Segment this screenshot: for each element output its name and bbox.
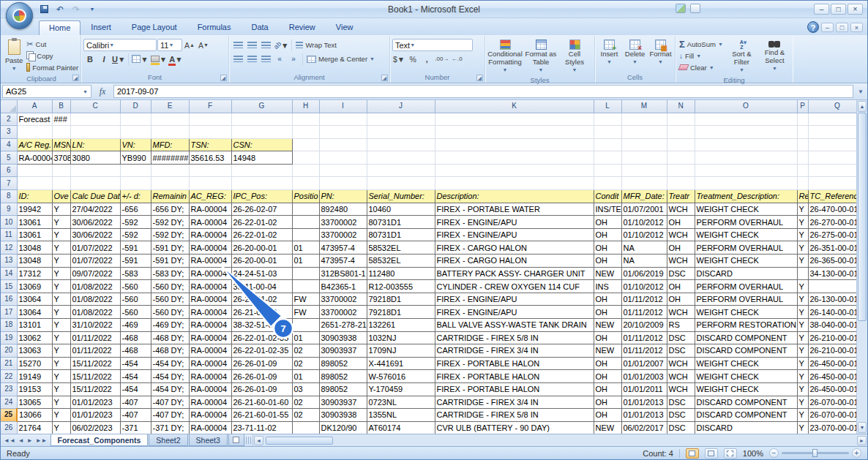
accounting-format-button[interactable]: $▼: [392, 53, 405, 65]
cell-L8[interactable]: Condit: [594, 190, 621, 203]
cell-L23[interactable]: OH: [594, 382, 621, 396]
first-sheet-button[interactable]: ◄◄: [4, 437, 15, 444]
cell-N9[interactable]: WCH: [667, 203, 695, 216]
row-header-22[interactable]: 22: [1, 370, 17, 383]
cell-N19[interactable]: DSC: [667, 331, 695, 344]
cell-K24[interactable]: CARTRIDGE - FIREX 3/4 IN: [435, 396, 594, 409]
cell-I11[interactable]: 33700002: [319, 228, 367, 241]
cell-P25[interactable]: Y: [797, 409, 808, 422]
cell-J11[interactable]: 80731D1: [367, 228, 435, 241]
cell-I20[interactable]: 30903937: [319, 344, 367, 358]
cell-L7[interactable]: [594, 177, 621, 190]
cell-J16[interactable]: 79218D1: [367, 293, 435, 306]
cell-C21[interactable]: 15/11/2022: [70, 357, 120, 370]
cell-O7[interactable]: [695, 177, 797, 190]
cell-M5[interactable]: [621, 151, 667, 165]
cell-M19[interactable]: 01/11/2012: [621, 331, 667, 344]
cell-I3[interactable]: [319, 126, 367, 139]
row-header-26[interactable]: 26: [1, 421, 17, 434]
cell-M24[interactable]: 01/01/2013: [621, 396, 667, 409]
cell-P10[interactable]: Y: [797, 216, 808, 229]
cell-I14[interactable]: 312BS801-1: [319, 267, 367, 280]
cell-I23[interactable]: 898052: [319, 382, 367, 396]
cell-D26[interactable]: -371: [120, 421, 151, 434]
cell-G23[interactable]: 26-26-01-09: [231, 382, 292, 396]
row-header-7[interactable]: 7: [1, 177, 17, 190]
cell-F20[interactable]: RA-00004: [189, 344, 231, 358]
cell-E5[interactable]: ########: [151, 151, 189, 165]
cell-J18[interactable]: 132261: [367, 319, 435, 332]
cell-K26[interactable]: CVR ULB (BATTERY - 90 DAY): [435, 421, 594, 434]
cell-P12[interactable]: Y: [797, 241, 808, 254]
cell-L25[interactable]: OH: [594, 409, 621, 422]
cell-C25[interactable]: 01/01/2023: [70, 409, 120, 422]
cell-O15[interactable]: PERFORM OVERHAUL: [695, 280, 797, 293]
cell-B7[interactable]: [52, 177, 70, 190]
bottom-align-button[interactable]: [259, 39, 272, 51]
close-button[interactable]: ×: [848, 4, 863, 15]
cell-B14[interactable]: Y: [52, 267, 70, 280]
row-header-2[interactable]: 2: [1, 113, 17, 126]
cell-C23[interactable]: 15/11/2022: [70, 382, 120, 396]
cell-L26[interactable]: NEW: [594, 421, 621, 434]
cell-O16[interactable]: PERFORM OVERHAUL: [695, 293, 797, 306]
font-family-select[interactable]: Calibri▼: [83, 39, 157, 51]
row-header-17[interactable]: 17: [1, 306, 17, 319]
cell-J7[interactable]: [367, 177, 435, 190]
cell-K17[interactable]: FIREX - ENGINE/APU: [435, 306, 594, 319]
cell-D12[interactable]: -591: [120, 241, 151, 254]
clear-button[interactable]: Clear▼: [678, 61, 725, 73]
page-layout-view-button[interactable]: [705, 448, 718, 459]
cell-L2[interactable]: [594, 113, 621, 126]
cell-M11[interactable]: 01/10/2012: [621, 228, 667, 241]
cell-L19[interactable]: OH: [594, 331, 621, 344]
cell-O18[interactable]: PERFORM RESTORATION: [695, 319, 797, 332]
cell-I22[interactable]: 898052: [319, 370, 367, 383]
cell-J26[interactable]: AT60174: [367, 421, 435, 434]
workbook-minimize-button[interactable]: –: [821, 23, 834, 32]
cell-K14[interactable]: BATTERY PACK ASSY- CHARGER UNIT: [435, 267, 594, 280]
cell-A11[interactable]: 13061: [17, 228, 52, 241]
cell-E14[interactable]: -583 DY;: [151, 267, 189, 280]
next-sheet-button[interactable]: ►: [27, 437, 33, 444]
cell-K11[interactable]: FIREX - ENGINE/APU: [435, 228, 594, 241]
tab-formulas[interactable]: Formulas: [187, 20, 242, 35]
row-header-13[interactable]: 13: [1, 254, 17, 268]
fill-color-button[interactable]: ▼: [150, 53, 168, 65]
cell-B10[interactable]: Y: [52, 216, 70, 229]
tab-home[interactable]: Home: [39, 20, 81, 35]
cell-P21[interactable]: Y: [797, 357, 808, 370]
cell-O3[interactable]: [695, 126, 797, 139]
cell-F9[interactable]: RA-00004: [189, 203, 231, 216]
normal-view-button[interactable]: [686, 448, 699, 459]
cell-C13[interactable]: 01/07/2022: [70, 254, 120, 268]
cell-I16[interactable]: 33700002: [319, 293, 367, 306]
cut-button[interactable]: ✂Cut: [25, 38, 80, 50]
cell-G6[interactable]: [231, 164, 292, 177]
cell-D10[interactable]: -592: [120, 216, 151, 229]
cell-J6[interactable]: [367, 164, 435, 177]
scroll-down-arrow[interactable]: ▼: [858, 422, 867, 433]
cell-J9[interactable]: 10460: [367, 203, 435, 216]
cell-F26[interactable]: RA-00004: [189, 421, 231, 434]
cell-L13[interactable]: OH: [594, 254, 621, 268]
scroll-up-arrow[interactable]: ▲: [858, 101, 867, 112]
cell-H13[interactable]: 01: [292, 254, 319, 268]
cell-P9[interactable]: Y: [797, 203, 808, 216]
cell-E6[interactable]: [151, 164, 189, 177]
cell-D21[interactable]: -454: [120, 357, 151, 370]
cell-I17[interactable]: 33700002: [319, 306, 367, 319]
cell-F5[interactable]: 35616.53: [189, 151, 231, 165]
cell-J22[interactable]: W-576016: [367, 370, 435, 383]
cell-C5[interactable]: 3080: [70, 151, 120, 165]
column-header-K[interactable]: K: [435, 100, 594, 113]
workbook-restore-button[interactable]: □: [836, 23, 848, 32]
cell-H15[interactable]: [292, 280, 319, 293]
cell-L14[interactable]: NEW: [594, 267, 621, 280]
cell-D6[interactable]: [120, 164, 151, 177]
cell-M13[interactable]: NA: [621, 254, 667, 268]
cell-N17[interactable]: WCH: [667, 306, 695, 319]
vertical-scroll-thumb[interactable]: [858, 113, 867, 321]
cell-O26[interactable]: DISCARD: [695, 421, 797, 434]
cell-E9[interactable]: -656 DY;: [151, 203, 189, 216]
